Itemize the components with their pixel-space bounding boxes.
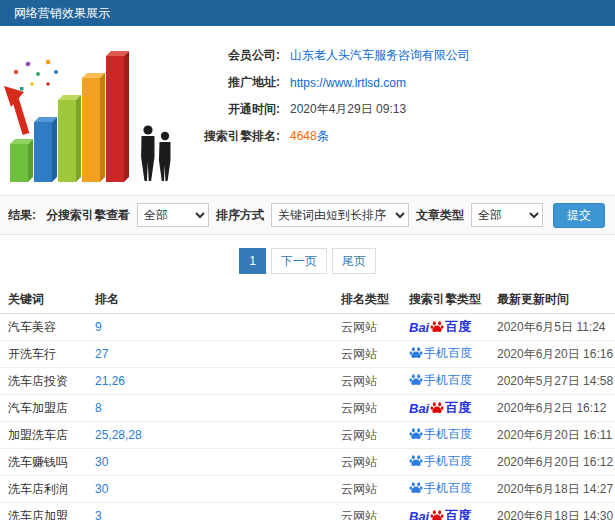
info-row-open-time: 开通时间: 2020年4月29日 09:13: [180, 96, 615, 123]
mobile-baidu-label: 手机百度: [424, 480, 472, 497]
update-time-cell: 2020年6月20日 16:16: [497, 346, 615, 363]
update-time-cell: 2020年6月2日 16:12: [497, 400, 615, 417]
keyword-cell: 汽车美容: [8, 319, 95, 336]
update-time-cell: 2020年6月18日 14:30: [497, 508, 615, 520]
rank-link[interactable]: 9: [95, 320, 341, 334]
baidu-paw-icon: [430, 320, 444, 334]
engine-cell: Bai 百度 手机百度: [409, 426, 497, 445]
engine-filter-select[interactable]: 全部: [137, 203, 209, 227]
keyword-cell: 洗车赚钱吗: [8, 454, 95, 471]
rank-count-unit: 条: [317, 129, 329, 143]
table-row: 开洗车行 27 云网站 Bai 百度 手机百度: [0, 341, 615, 368]
baidu-logo-text-suffix: 百度: [445, 318, 471, 336]
baidu-logo-text-prefix: Bai: [409, 401, 429, 416]
page-title-bar: 网络营销效果展示: [0, 0, 615, 26]
baidu-logo-text-suffix: 百度: [445, 399, 471, 417]
mobile-baidu-logo: 手机百度: [409, 345, 472, 362]
baidu-logo: Bai 百度: [409, 507, 471, 520]
baidu-paw-icon: [430, 509, 444, 520]
header-keyword: 关键词: [8, 291, 95, 308]
mobile-baidu-paw-icon: [409, 454, 423, 468]
mobile-baidu-paw-icon: [409, 481, 423, 495]
mobile-baidu-label: 手机百度: [424, 453, 472, 470]
engine-cell: Bai 百度 手机百度: [409, 480, 497, 499]
top-panel: 会员公司: 山东老人头汽车服务咨询有限公司 推广地址: https://www.…: [0, 26, 615, 195]
update-time-cell: 2020年6月20日 16:11: [497, 427, 615, 444]
rank-link[interactable]: 30: [95, 455, 341, 469]
rank-type-cell: 云网站: [341, 400, 409, 417]
info-row-url: 推广地址: https://www.lrtlsd.com: [180, 69, 615, 96]
engine-cell: Bai 百度 手机百度: [409, 345, 497, 364]
url-label: 推广地址:: [180, 74, 280, 91]
keyword-cell: 洗车店投资: [8, 373, 95, 390]
mobile-baidu-label: 手机百度: [424, 426, 472, 443]
table-header-row: 关键词 排名 排名类型 搜索引擎类型 最新更新时间: [0, 286, 615, 314]
table-row: 加盟洗车店 25,28,28 云网站 Bai 百度 手机百度: [0, 422, 615, 449]
keyword-cell: 洗车店加盟: [8, 508, 95, 520]
company-label: 会员公司:: [180, 47, 280, 64]
promotion-url-link[interactable]: https://www.lrtlsd.com: [290, 76, 406, 90]
rank-link[interactable]: 30: [95, 482, 341, 496]
engine-cell: Bai 百度 手机百度: [409, 318, 497, 336]
rank-type-cell: 云网站: [341, 373, 409, 390]
rank-link[interactable]: 25,28,28: [95, 428, 341, 442]
table-row: 汽车美容 9 云网站 Bai 百度 手机百度 2: [0, 314, 615, 341]
keyword-cell: 洗车店利润: [8, 481, 95, 498]
engine-cell: Bai 百度 手机百度: [409, 399, 497, 417]
results-section-label: 结果:: [8, 207, 36, 224]
header-engine-type: 搜索引擎类型: [409, 291, 497, 308]
filter-bar: 结果: 分搜索引擎查看 全部 排序方式 关键词由短到长排序 文章类型 全部 提交: [0, 195, 615, 235]
type-filter-label: 文章类型: [416, 207, 464, 224]
rank-type-cell: 云网站: [341, 481, 409, 498]
rank-type-cell: 云网站: [341, 427, 409, 444]
rank-count-number: 4648: [290, 129, 317, 143]
mobile-baidu-paw-icon: [409, 427, 423, 441]
baidu-logo-text-prefix: Bai: [409, 509, 429, 520]
baidu-logo-text-prefix: Bai: [409, 320, 429, 335]
company-link[interactable]: 山东老人头汽车服务咨询有限公司: [290, 47, 470, 64]
rank-link[interactable]: 21,26: [95, 374, 341, 388]
engine-cell: Bai 百度 手机百度: [409, 453, 497, 472]
rank-link[interactable]: 8: [95, 401, 341, 415]
submit-button[interactable]: 提交: [553, 203, 605, 228]
engine-filter-label: 分搜索引擎查看: [46, 207, 130, 224]
update-time-cell: 2020年6月18日 14:27: [497, 481, 615, 498]
info-row-company: 会员公司: 山东老人头汽车服务咨询有限公司: [180, 42, 615, 69]
bar-chart-illustration: [2, 32, 180, 190]
type-filter-select[interactable]: 全部: [471, 203, 543, 227]
open-time-label: 开通时间:: [180, 101, 280, 118]
pagination: 1 下一页 尾页: [0, 235, 615, 286]
page-button-1[interactable]: 1: [239, 248, 266, 274]
keyword-cell: 加盟洗车店: [8, 427, 95, 444]
update-time-cell: 2020年5月27日 14:58: [497, 373, 615, 390]
mobile-baidu-logo: 手机百度: [409, 480, 472, 497]
baidu-logo-text-suffix: 百度: [445, 507, 471, 520]
results-table: 关键词 排名 排名类型 搜索引擎类型 最新更新时间 汽车美容 9 云网站 Bai…: [0, 286, 615, 520]
sort-filter-select[interactable]: 关键词由短到长排序: [271, 203, 409, 227]
member-info: 会员公司: 山东老人头汽车服务咨询有限公司 推广地址: https://www.…: [180, 32, 615, 193]
mobile-baidu-logo: 手机百度: [409, 372, 472, 389]
next-page-button[interactable]: 下一页: [271, 248, 327, 274]
rank-link[interactable]: 27: [95, 347, 341, 361]
header-rank: 排名: [95, 291, 341, 308]
table-body: 汽车美容 9 云网站 Bai 百度 手机百度 2: [0, 314, 615, 520]
update-time-cell: 2020年6月20日 16:12: [497, 454, 615, 471]
rank-type-cell: 云网站: [341, 508, 409, 520]
rank-link[interactable]: 3: [95, 509, 341, 520]
table-row: 洗车店投资 21,26 云网站 Bai 百度 手机百度: [0, 368, 615, 395]
page-title: 网络营销效果展示: [14, 6, 110, 20]
last-page-button[interactable]: 尾页: [332, 248, 376, 274]
rank-type-cell: 云网站: [341, 346, 409, 363]
mobile-baidu-label: 手机百度: [424, 345, 472, 362]
table-row: 洗车店加盟 3 云网站 Bai 百度 手机百度: [0, 503, 615, 520]
keyword-cell: 汽车加盟店: [8, 400, 95, 417]
baidu-paw-icon: [430, 401, 444, 415]
mobile-baidu-logo: 手机百度: [409, 426, 472, 443]
rank-count-label: 搜索引擎排名:: [180, 128, 280, 145]
rank-type-cell: 云网站: [341, 319, 409, 336]
table-row: 汽车加盟店 8 云网站 Bai 百度 手机百度: [0, 395, 615, 422]
mobile-baidu-label: 手机百度: [424, 372, 472, 389]
person-figures: [141, 125, 170, 181]
update-time-cell: 2020年6月5日 11:24: [497, 319, 615, 336]
engine-cell: Bai 百度 手机百度: [409, 372, 497, 391]
